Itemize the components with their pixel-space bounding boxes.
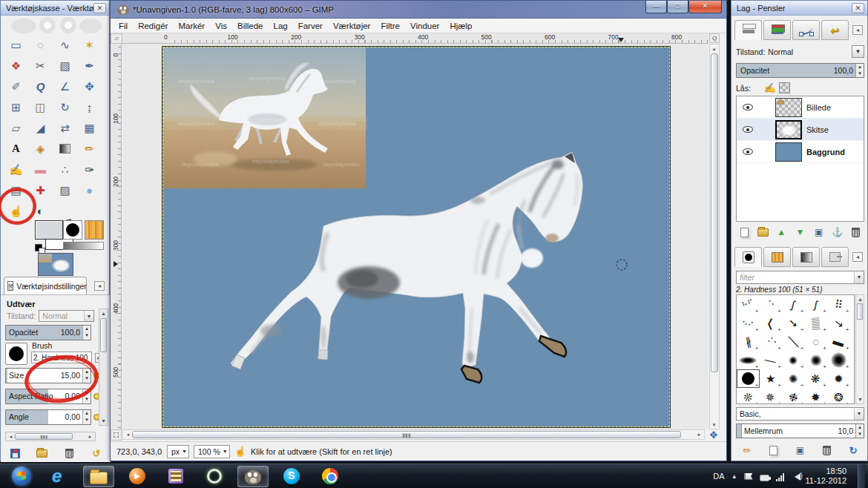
active-gradient-preview[interactable] [63, 242, 104, 250]
tool-measure[interactable]: ∠ [55, 77, 75, 96]
brush-item[interactable]: + [805, 351, 828, 369]
v-ruler[interactable]: 0100200300400500 [111, 44, 122, 429]
brush-item[interactable]: + [782, 351, 805, 369]
unit-select[interactable]: px ▼ [167, 445, 189, 458]
maximize-button[interactable]: □ [667, 1, 688, 13]
layer-opacity-slider[interactable]: Opacitet 100,0 ▲▼ [736, 63, 864, 78]
clock[interactable]: 18:50 11-12-2012 [806, 466, 851, 486]
tool-perspective-clone[interactable]: ▨ [55, 181, 75, 200]
brush-item[interactable]: ➘+ [782, 314, 805, 332]
menu-hjlp[interactable]: Hjælp [444, 20, 477, 32]
brush-item[interactable]: ✵+ [760, 388, 783, 404]
tab-tool-presets[interactable] [821, 247, 849, 267]
taskbar-start-button[interactable] [6, 466, 37, 487]
minimize-button[interactable]: — [645, 1, 667, 13]
hscrollbar-thumb[interactable]: ▮▮▮ [132, 431, 681, 438]
angle-spinner[interactable]: ▲▼ [82, 410, 91, 424]
duplicate-layer-button[interactable]: ▣ [811, 225, 827, 240]
duplicate-brush-button[interactable]: ▣ [792, 443, 809, 458]
ruler-corner-button[interactable]: ▱ [111, 33, 122, 44]
tool-foreground-select[interactable]: ▧ [55, 56, 75, 75]
tool-rotate[interactable]: ↻ [55, 98, 75, 116]
save-tool-preset-button[interactable] [7, 446, 23, 461]
tool-fuzzy-select[interactable]: ✶ [79, 36, 99, 54]
taskbar-wmp-button[interactable]: ▶ [122, 466, 153, 487]
aspect-ratio-spinner[interactable]: ▲▼ [82, 389, 91, 403]
tool-paintbrush[interactable]: ✍ [6, 160, 26, 179]
brush-item[interactable]: ✹+ [827, 369, 850, 388]
active-image-thumbnail[interactable] [38, 253, 73, 276]
size-slider[interactable]: Size 15,00 ▲▼ [5, 368, 91, 383]
taskbar-chrome-button[interactable] [315, 466, 346, 487]
brush-item[interactable]: ❉+ [782, 388, 805, 404]
tool-blur-sharpen[interactable]: ● [79, 181, 99, 200]
scroll-up-icon[interactable]: ▲ [856, 295, 864, 303]
menu-filtre[interactable]: Filtre [375, 20, 405, 32]
brush-item[interactable]: ✺+ [782, 369, 805, 388]
brush-item[interactable]: ∦+ [737, 332, 760, 351]
brush-scrollbar-thumb[interactable] [857, 303, 863, 320]
toolbox-titlebar[interactable]: Værktøjskasse - Værktøj... ✕ [1, 1, 109, 16]
tool-clone[interactable]: ▤ [6, 181, 26, 200]
edit-brush-button[interactable]: ✏ [739, 443, 755, 458]
scroll-down-icon[interactable]: ▼ [99, 417, 108, 425]
network-icon[interactable] [776, 472, 786, 481]
tool-scale[interactable]: ↨ [79, 98, 99, 116]
tab-undo-history[interactable]: ↩ [821, 20, 849, 40]
tool-crop[interactable]: ◫ [30, 98, 50, 116]
zoom-follow-window-button[interactable]: Q [709, 33, 720, 43]
brush-thumbnail[interactable] [5, 343, 27, 365]
tool-pencil[interactable]: ✏ [79, 139, 99, 158]
image-window-titlebar[interactable]: *Unavngiven-1.0 (RGB-farve, 3 lag) 800x6… [111, 1, 726, 19]
brush-item[interactable]: ★+ [760, 369, 783, 388]
brush-item[interactable]: ❊+ [737, 388, 760, 404]
angle-slider[interactable]: Angle 0,00 ▲▼ [5, 409, 91, 425]
brush-item[interactable]: ▒+ [805, 314, 828, 332]
tab-gradients[interactable] [792, 247, 820, 267]
taskbar-skype-button[interactable]: S [276, 466, 307, 487]
taskbar-msn-button[interactable] [199, 466, 230, 487]
tool-zoom[interactable]: Q [30, 77, 50, 96]
lower-layer-button[interactable]: ▼ [792, 225, 808, 240]
volume-icon[interactable] [795, 473, 800, 481]
tab-tool-options[interactable]: ⚒ Værktøjsindstillinger [4, 277, 87, 294]
scroll-left-icon[interactable]: ◂ [7, 432, 15, 441]
menu-vrktjer[interactable]: Værktøjer [328, 20, 375, 32]
tool-ink[interactable]: ✑ [79, 160, 99, 179]
brush-item[interactable]: ∫+ [782, 295, 805, 314]
spacing-slider[interactable]: Mellemrum 10,0 ▲▼ [736, 423, 864, 438]
delete-tool-preset-button[interactable] [61, 446, 77, 461]
raise-layer-button[interactable]: ▲ [773, 225, 789, 240]
brush-item[interactable]: ❂+ [827, 388, 850, 404]
taskbar-ie-button[interactable]: e [45, 466, 76, 487]
scroll-right-icon[interactable]: ▸ [695, 430, 703, 438]
brush-item[interactable]: ╲+ [782, 332, 805, 351]
new-group-button[interactable] [754, 225, 771, 240]
refresh-brushes-button[interactable]: ↻ [845, 443, 861, 458]
opacity-spinner[interactable]: ▲▼ [82, 326, 91, 340]
layer-row-baggrund[interactable]: Baggrund [737, 141, 864, 163]
brush-grid-scrollbar[interactable]: ▲ ▼ [855, 294, 864, 404]
tool-cage-transform[interactable]: ▦ [79, 119, 99, 137]
taskbar-explorer-button[interactable] [83, 466, 114, 487]
dock-collapse-button[interactable]: ◂ [852, 25, 863, 35]
brush-item[interactable]: ↘+ [827, 314, 850, 332]
menu-vis[interactable]: Vis [210, 20, 232, 32]
brush-item[interactable]: ⠈⠂+ [760, 295, 783, 314]
layer-mode-dropdown[interactable]: ▼ [852, 45, 864, 58]
visibility-eye-icon[interactable] [743, 148, 753, 155]
zoom-select[interactable]: 100 % ▼ [194, 445, 230, 458]
show-desktop-button[interactable] [858, 464, 865, 488]
tool-smudge[interactable]: ☝ [6, 202, 26, 220]
tool-align[interactable]: ⊞ [6, 98, 26, 116]
brush-item[interactable]: ⠓⠋+ [737, 295, 760, 314]
foreground-color-swatch[interactable] [35, 220, 63, 240]
tool-ellipse-select[interactable]: ◌ [30, 36, 50, 54]
canvas-viewport[interactable]: depositphotosdepositphotosdepositphotosd… [122, 44, 708, 429]
brush-item[interactable]: —+ [760, 351, 783, 369]
tool-free-select[interactable]: ∿ [55, 36, 75, 54]
brush-filter-input[interactable]: filter ▾ [736, 271, 864, 284]
tab-brushes[interactable] [734, 247, 762, 267]
brush-item[interactable]: ❬+ [760, 314, 783, 332]
vscrollbar-thumb[interactable] [711, 53, 718, 372]
